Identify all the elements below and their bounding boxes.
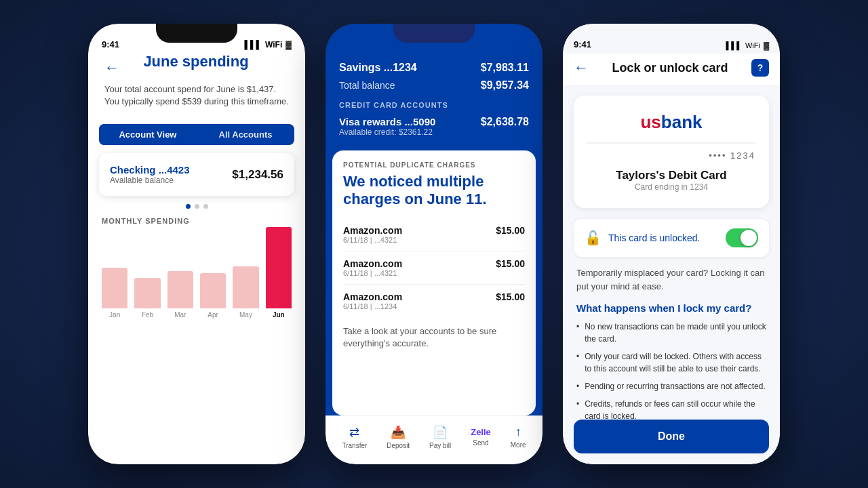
toggle-knob bbox=[741, 230, 757, 246]
visa-credit: Available credit: $2361.22 bbox=[339, 127, 435, 137]
chart-bars: Jan Feb Mar Apr May bbox=[99, 230, 294, 319]
dup-footer: Take a look at your accounts to be sure … bbox=[343, 325, 525, 350]
tab-account-view[interactable]: Account View bbox=[99, 124, 197, 145]
signal-icon: ▌▌▌ bbox=[245, 40, 262, 49]
bar-mar: Mar bbox=[167, 271, 193, 319]
dup-title: We noticed multiple charges on June 11. bbox=[343, 173, 525, 209]
help-button[interactable]: ? bbox=[751, 59, 769, 77]
signal-icon-3: ▌▌▌ bbox=[726, 41, 742, 49]
bullet-text-4: Credits, refunds or fees can still occur… bbox=[585, 398, 766, 422]
month-jan: Jan bbox=[109, 311, 120, 319]
charge-amount-1: $15.00 bbox=[496, 225, 525, 236]
bar-jan-fill bbox=[102, 268, 127, 308]
phone-1: 9:41 ▌▌▌ WiFi ▓ ← June spending Your tot… bbox=[88, 24, 305, 464]
dot-3[interactable] bbox=[203, 204, 208, 209]
unlock-left: 🔓 This card is unlocked. bbox=[585, 230, 700, 246]
charge-date-3: 6/11/18 | ...1234 bbox=[343, 302, 402, 310]
bar-jun: Jun bbox=[266, 227, 292, 319]
nav-transfer[interactable]: ⇄ Transfer bbox=[342, 425, 367, 449]
nav-send[interactable]: Zelle Send bbox=[471, 427, 491, 447]
bullet-dot-4: • bbox=[576, 398, 579, 422]
card-number: •••• 1234 bbox=[587, 150, 755, 161]
charge-row-1: Amazon.com 6/11/18 | ...4321 $15.00 bbox=[343, 218, 525, 251]
more-icon: ↑ bbox=[515, 425, 521, 439]
charge-row-2: Amazon.com 6/11/18 | ...4321 $15.00 bbox=[343, 251, 525, 285]
notch-2 bbox=[393, 24, 475, 43]
charge-name-2: Amazon.com bbox=[343, 258, 402, 269]
card-holder-name: Taylors's Debit Card bbox=[587, 169, 755, 182]
lock-toggle[interactable] bbox=[726, 228, 758, 247]
nav-send-label: Send bbox=[473, 439, 488, 447]
deposit-icon: 📥 bbox=[391, 425, 406, 440]
bar-may: May bbox=[233, 266, 258, 319]
month-jun: Jun bbox=[273, 311, 285, 319]
bullet-dot-1: • bbox=[576, 321, 579, 345]
bullet-dot-3: • bbox=[576, 380, 579, 392]
monthly-label: MONTHLY SPENDING bbox=[88, 217, 305, 225]
account-tabs: Account View All Accounts bbox=[99, 124, 294, 145]
credit-section-label: CREDIT CARD ACCOUNTS bbox=[339, 94, 529, 113]
bar-apr: Apr bbox=[200, 273, 226, 319]
savings-amount: $7,983.11 bbox=[481, 62, 529, 74]
bullet-2: • Only your card will be locked. Others … bbox=[576, 350, 766, 375]
nav-paybill[interactable]: 📄 Pay bill bbox=[429, 425, 451, 449]
charge-amount-2: $15.00 bbox=[496, 258, 525, 269]
savings-name: Savings ...1234 bbox=[339, 62, 417, 74]
bullet-text-3: Pending or recurring transactions are no… bbox=[585, 380, 766, 392]
account-name: Checking ...4423 bbox=[110, 164, 190, 176]
savings-row: Savings ...1234 $7,983.11 bbox=[339, 59, 529, 77]
month-may: May bbox=[239, 311, 252, 319]
charge-info-1: Amazon.com 6/11/18 | ...4321 bbox=[343, 225, 402, 244]
nav-deposit[interactable]: 📥 Deposit bbox=[387, 425, 410, 449]
card-visual: usbank •••• 1234 Taylors's Debit Card Ca… bbox=[574, 96, 769, 208]
tab-all-accounts[interactable]: All Accounts bbox=[197, 124, 294, 145]
page-title-3: Lock or unlock card bbox=[612, 61, 728, 75]
bullet-3: • Pending or recurring transactions are … bbox=[576, 380, 766, 392]
phone-2: Savings ...1234 $7,983.11 Total balance … bbox=[326, 24, 542, 464]
account-card[interactable]: Checking ...4423 Available balance $1,23… bbox=[99, 153, 294, 196]
phone3-info: Temporarily misplaced your card? Locking… bbox=[563, 257, 780, 437]
phone2-content: Savings ...1234 $7,983.11 Total balance … bbox=[326, 54, 542, 415]
monthly-chart: Jan Feb Mar Apr May bbox=[88, 230, 305, 339]
misplace-text: Temporarily misplaced your card? Locking… bbox=[576, 266, 766, 293]
bar-jun-fill bbox=[266, 227, 292, 308]
duplicate-section: POTENTIAL DUPLICATE CHARGES We noticed m… bbox=[326, 150, 542, 415]
account-info: Checking ...4423 Available balance bbox=[110, 164, 190, 185]
wifi-icon-3: WiFi bbox=[745, 41, 760, 49]
spending-subtitle: Your total account spend for June is $1,… bbox=[102, 83, 292, 108]
unlock-text: This card is unlocked. bbox=[608, 232, 700, 243]
card-holder-sub: Card ending in 1234 bbox=[587, 182, 755, 192]
bullet-text-1: No new transactions can be made until yo… bbox=[585, 321, 766, 345]
dot-2[interactable] bbox=[195, 204, 199, 209]
bar-apr-fill bbox=[200, 273, 226, 308]
unlock-row: 🔓 This card is unlocked. bbox=[574, 219, 769, 257]
phone-3: 9:41 ▌▌▌ WiFi ▓ ← Lock or unlock card ? … bbox=[563, 24, 780, 464]
bank-text: bank bbox=[661, 112, 703, 132]
total-balance-label: Total balance bbox=[339, 80, 395, 91]
bar-jan: Jan bbox=[102, 268, 127, 319]
done-button[interactable]: Done bbox=[574, 420, 769, 453]
charge-info-3: Amazon.com 6/11/18 | ...1234 bbox=[343, 291, 402, 310]
back-button-3[interactable]: ← bbox=[574, 59, 589, 77]
month-mar: Mar bbox=[174, 311, 186, 319]
dot-1[interactable] bbox=[186, 204, 191, 209]
visa-row: Visa rewards ...5090 Available credit: $… bbox=[339, 113, 529, 140]
bar-feb: Feb bbox=[134, 278, 160, 319]
notch-3 bbox=[631, 24, 712, 43]
nav-more-label: More bbox=[511, 441, 526, 449]
charge-date-1: 6/11/18 | ...4321 bbox=[343, 236, 402, 244]
nav-deposit-label: Deposit bbox=[387, 442, 410, 449]
what-title: What happens when I lock my card? bbox=[576, 302, 766, 314]
account-balance-wrap: $1,234.56 bbox=[232, 168, 283, 182]
phone2-top-section: Savings ...1234 $7,983.11 Total balance … bbox=[326, 54, 542, 150]
account-balance: $1,234.56 bbox=[232, 168, 283, 182]
bar-mar-fill bbox=[167, 271, 193, 308]
usbank-logo: usbank bbox=[587, 112, 755, 133]
charge-row-3: Amazon.com 6/11/18 | ...1234 $15.00 bbox=[343, 285, 525, 317]
charge-name-1: Amazon.com bbox=[343, 225, 402, 236]
notch-1 bbox=[156, 24, 237, 43]
account-type: Available balance bbox=[110, 176, 190, 185]
bullet-1: • No new transactions can be made until … bbox=[576, 321, 766, 345]
carousel-dots bbox=[88, 204, 305, 209]
nav-more[interactable]: ↑ More bbox=[511, 425, 526, 449]
